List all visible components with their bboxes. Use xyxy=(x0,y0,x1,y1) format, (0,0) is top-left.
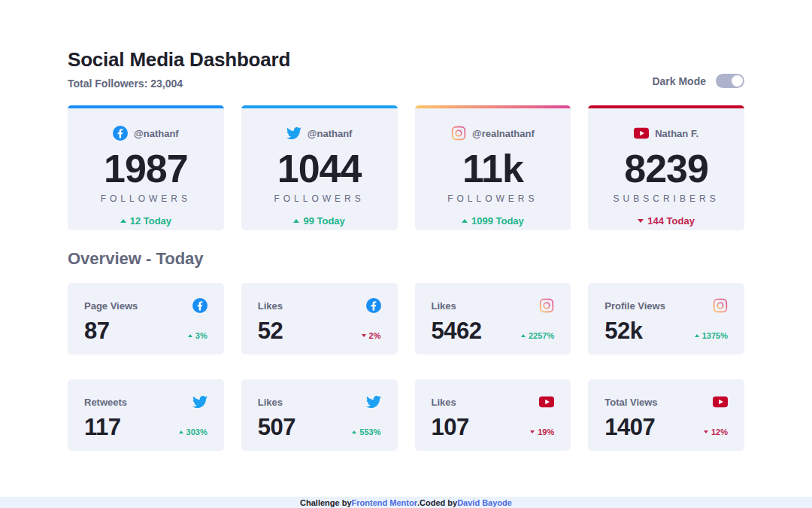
overview-card-likes-youtube: Likes 107 19% xyxy=(415,379,571,451)
summary-card-facebook: @nathanf 1987 FOLLOWERS 12 Today xyxy=(68,105,224,230)
overview-card-likes-twitter: Likes 507 553% xyxy=(241,379,398,451)
facebook-icon xyxy=(113,126,128,141)
dark-mode-control: Dark Mode xyxy=(652,74,744,90)
overview-card-header: Likes xyxy=(258,298,381,313)
subscriber-count: 8239 xyxy=(588,149,744,188)
facebook-accent-bar xyxy=(68,105,224,108)
overview-card-body: 107 19% xyxy=(432,417,555,438)
overview-metric-value: 107 xyxy=(432,417,469,438)
twitter-accent-bar xyxy=(241,105,398,108)
percent-change-value: 303% xyxy=(186,427,208,437)
down-arrow-icon xyxy=(638,219,644,223)
overview-card-body: 87 3% xyxy=(84,321,208,342)
percent-change-value: 2% xyxy=(369,331,381,340)
follower-count: 11k xyxy=(415,149,571,188)
down-arrow-icon xyxy=(704,430,708,433)
dark-mode-toggle[interactable] xyxy=(716,74,744,88)
overview-card-body: 117 303% xyxy=(84,417,208,438)
summary-card-youtube: Nathan F. 8239 SUBSCRIBERS 144 Today xyxy=(588,105,744,230)
overview-metric-label: Likes xyxy=(258,397,283,408)
percent-change-value: 2257% xyxy=(529,331,554,340)
frontend-mentor-link[interactable]: Frontend Mentor xyxy=(352,498,417,507)
follower-count: 1044 xyxy=(241,149,398,188)
overview-metric-label: Likes xyxy=(432,300,456,312)
down-arrow-icon xyxy=(362,334,366,337)
facebook-icon xyxy=(192,298,208,313)
overview-card-likes-facebook: Likes 52 2% xyxy=(241,283,398,354)
twitter-icon xyxy=(286,126,301,141)
up-arrow-icon xyxy=(352,430,356,433)
up-arrow-icon xyxy=(293,219,299,223)
page-title: Social Media Dashboard xyxy=(68,48,290,71)
overview-card-header: Profile Views xyxy=(604,298,728,313)
percent-change: 2257% xyxy=(521,331,554,342)
overview-metric-value: 5462 xyxy=(432,321,482,342)
author-link[interactable]: David Bayode xyxy=(457,498,512,507)
youtube-accent-bar xyxy=(588,105,744,108)
change-today-value: 144 Today xyxy=(647,215,695,227)
percent-change-value: 553% xyxy=(359,427,380,437)
up-arrow-icon xyxy=(462,219,468,223)
up-arrow-icon xyxy=(521,334,526,337)
facebook-icon xyxy=(366,298,381,313)
change-today: 12 Today xyxy=(68,215,224,227)
overview-metric-value: 117 xyxy=(84,417,121,438)
overview-metric-value: 1407 xyxy=(604,417,655,438)
overview-card-retweets-twitter: Retweets 117 303% xyxy=(68,379,224,451)
account-row: @nathanf xyxy=(68,126,224,141)
percent-change: 3% xyxy=(188,331,208,342)
youtube-icon xyxy=(634,126,649,141)
overview-card-header: Likes xyxy=(432,298,555,313)
summary-card-instagram: @realnathanf 11k FOLLOWERS 1099 Today xyxy=(415,105,571,230)
overview-metric-value: 52 xyxy=(258,321,283,342)
up-arrow-icon xyxy=(695,334,699,337)
percent-change-value: 19% xyxy=(538,427,554,437)
percent-change-value: 3% xyxy=(195,331,208,340)
change-today-value: 1099 Today xyxy=(471,215,524,227)
youtube-icon xyxy=(713,394,728,409)
instagram-accent-bar xyxy=(415,105,571,108)
overview-card-header: Likes xyxy=(432,394,555,409)
overview-card-body: 52k 1375% xyxy=(604,321,728,342)
percent-change-value: 1375% xyxy=(702,331,728,340)
overview-card-header: Page Views xyxy=(84,298,208,313)
youtube-icon xyxy=(539,394,554,409)
summary-card-grid: @nathanf 1987 FOLLOWERS 12 Today @nathan… xyxy=(68,105,744,230)
percent-change: 19% xyxy=(530,427,554,438)
coded-by-text: Coded by xyxy=(420,498,457,507)
account-row: @realnathanf xyxy=(415,126,571,141)
overview-metric-value: 507 xyxy=(258,417,295,438)
overview-metric-label: Profile Views xyxy=(604,300,665,312)
account-handle: @nathanf xyxy=(308,128,353,139)
overview-card-body: 52 2% xyxy=(258,321,381,342)
overview-card-header: Retweets xyxy=(84,394,208,409)
twitter-icon xyxy=(366,394,381,409)
change-today-value: 12 Today xyxy=(130,215,171,227)
challenge-by-text: Challenge by xyxy=(300,498,351,507)
metric-label: SUBSCRIBERS xyxy=(588,193,744,204)
account-row: Nathan F. xyxy=(588,126,744,141)
metric-label: FOLLOWERS xyxy=(415,193,571,204)
percent-change: 12% xyxy=(704,427,728,438)
overview-card-body: 507 553% xyxy=(258,417,381,438)
header: Social Media Dashboard Total Followers: … xyxy=(68,48,744,90)
overview-card-header: Total Views xyxy=(604,394,728,409)
instagram-icon xyxy=(713,298,728,313)
percent-change: 1375% xyxy=(695,331,728,342)
percent-change: 553% xyxy=(352,427,380,438)
overview-metric-label: Page Views xyxy=(84,300,138,312)
account-handle: Nathan F. xyxy=(655,128,698,139)
change-today: 144 Today xyxy=(588,215,744,227)
overview-metric-label: Likes xyxy=(258,300,283,312)
account-handle: @realnathanf xyxy=(472,128,535,139)
overview-metric-value: 87 xyxy=(84,321,109,342)
overview-card-likes-instagram: Likes 5462 2257% xyxy=(415,283,571,354)
overview-metric-label: Likes xyxy=(432,397,456,408)
instagram-icon xyxy=(451,126,466,141)
dashboard-page: Social Media Dashboard Total Followers: … xyxy=(0,0,812,451)
change-today-value: 99 Today xyxy=(303,215,344,227)
down-arrow-icon xyxy=(530,430,535,433)
percent-change-value: 12% xyxy=(711,427,728,437)
account-row: @nathanf xyxy=(241,126,398,141)
up-arrow-icon xyxy=(179,430,183,433)
